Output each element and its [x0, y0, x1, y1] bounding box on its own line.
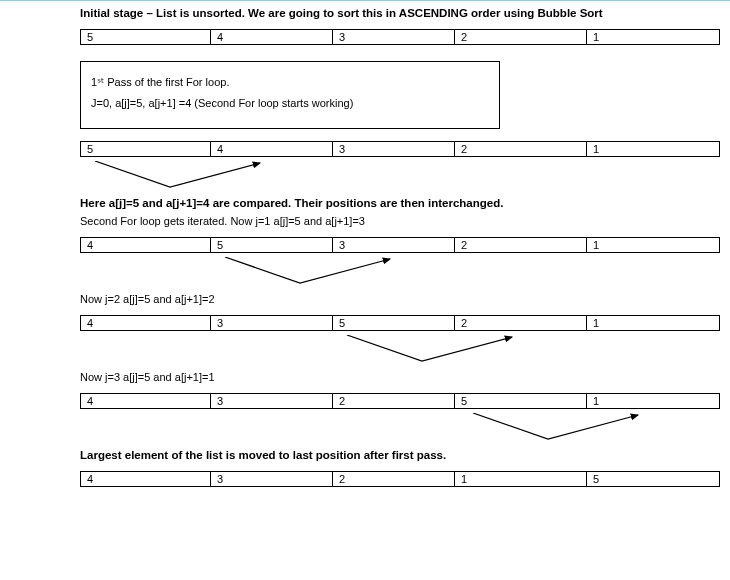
list-row-final: 4 3 2 1 5 — [80, 471, 720, 487]
pass-line-2: J=0, a[j]=5, a[j+1] =4 (Second For loop … — [91, 93, 489, 114]
swap-arrow-1 — [80, 161, 720, 191]
cell: 5 — [587, 472, 719, 486]
cell: 5 — [333, 316, 455, 330]
page-title: Initial stage – List is unsorted. We are… — [80, 7, 720, 19]
cell: 4 — [211, 30, 333, 44]
swap-arrow-4 — [80, 413, 720, 443]
cell: 2 — [455, 30, 587, 44]
cell: 2 — [333, 472, 455, 486]
list-row-step1: 5 4 3 2 1 — [80, 141, 720, 157]
cell: 2 — [455, 142, 587, 156]
cell: 4 — [81, 238, 211, 252]
cell: 3 — [333, 238, 455, 252]
cell: 4 — [81, 394, 211, 408]
cell: 3 — [211, 472, 333, 486]
cell: 1 — [587, 316, 719, 330]
cell: 5 — [455, 394, 587, 408]
cell: 4 — [81, 472, 211, 486]
iteration-text-1: Second For loop gets iterated. Now j=1 a… — [80, 215, 720, 227]
cell: 3 — [333, 142, 455, 156]
list-row-step2: 4 5 3 2 1 — [80, 237, 720, 253]
cell: 4 — [211, 142, 333, 156]
cell: 4 — [81, 316, 211, 330]
list-row-step4: 4 3 2 5 1 — [80, 393, 720, 409]
list-row-initial: 5 4 3 2 1 — [80, 29, 720, 45]
swap-arrow-3 — [80, 335, 720, 365]
cell: 5 — [81, 142, 211, 156]
cell: 1 — [587, 394, 719, 408]
cell: 3 — [211, 316, 333, 330]
swap-arrow-2 — [80, 257, 720, 287]
cell: 3 — [333, 30, 455, 44]
cell: 1 — [455, 472, 587, 486]
cell: 1 — [587, 238, 719, 252]
cell: 2 — [333, 394, 455, 408]
compare-text: Here a[j]=5 and a[j+1]=4 are compared. T… — [80, 197, 720, 209]
list-row-step3: 4 3 5 2 1 — [80, 315, 720, 331]
cell: 1 — [587, 142, 719, 156]
cell: 3 — [211, 394, 333, 408]
cell: 2 — [455, 316, 587, 330]
cell: 5 — [81, 30, 211, 44]
pass-line-1: 1ˢᵗ Pass of the first For loop. — [91, 72, 489, 93]
cell: 2 — [455, 238, 587, 252]
cell: 1 — [587, 30, 719, 44]
iteration-text-2: Now j=2 a[j]=5 and a[j+1]=2 — [80, 293, 720, 305]
final-text: Largest element of the list is moved to … — [80, 449, 720, 461]
pass-description-box: 1ˢᵗ Pass of the first For loop. J=0, a[j… — [80, 61, 500, 129]
cell: 5 — [211, 238, 333, 252]
iteration-text-3: Now j=3 a[j]=5 and a[j+1]=1 — [80, 371, 720, 383]
